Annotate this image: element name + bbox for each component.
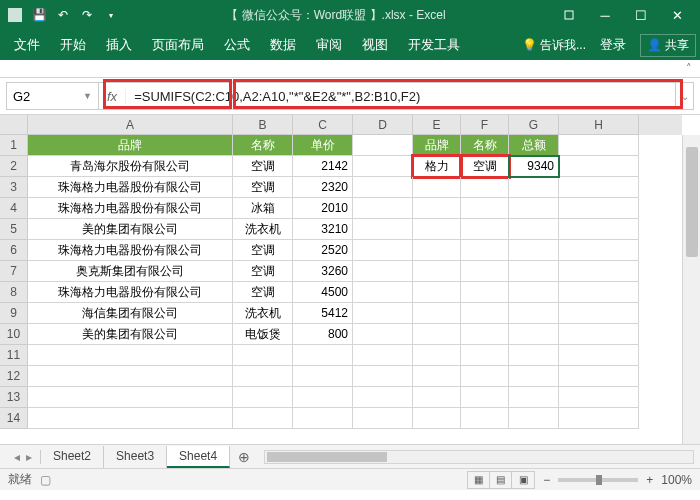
cell-A11[interactable] bbox=[28, 345, 233, 366]
col-header-C[interactable]: C bbox=[293, 115, 353, 135]
cell-F4[interactable] bbox=[461, 198, 509, 219]
cell-C9[interactable]: 5412 bbox=[293, 303, 353, 324]
cell-A6[interactable]: 珠海格力电器股份有限公司 bbox=[28, 240, 233, 261]
cell-E14[interactable] bbox=[413, 408, 461, 429]
cell-C13[interactable] bbox=[293, 387, 353, 408]
cell-F1[interactable]: 名称 bbox=[461, 135, 509, 156]
tab-data[interactable]: 数据 bbox=[260, 30, 306, 60]
cell-G9[interactable] bbox=[509, 303, 559, 324]
cell-F14[interactable] bbox=[461, 408, 509, 429]
redo-icon[interactable]: ↷ bbox=[78, 6, 96, 24]
cell-F3[interactable] bbox=[461, 177, 509, 198]
cell-H3[interactable] bbox=[559, 177, 639, 198]
cell-B14[interactable] bbox=[233, 408, 293, 429]
page-layout-view-icon[interactable]: ▤ bbox=[490, 472, 512, 488]
cell-E1[interactable]: 品牌 bbox=[413, 135, 461, 156]
cell-G3[interactable] bbox=[509, 177, 559, 198]
cell-G14[interactable] bbox=[509, 408, 559, 429]
cell-D2[interactable] bbox=[353, 156, 413, 177]
cell-D12[interactable] bbox=[353, 366, 413, 387]
cell-A7[interactable]: 奥克斯集团有限公司 bbox=[28, 261, 233, 282]
cell-A12[interactable] bbox=[28, 366, 233, 387]
cell-B4[interactable]: 冰箱 bbox=[233, 198, 293, 219]
cell-C1[interactable]: 单价 bbox=[293, 135, 353, 156]
cell-F6[interactable] bbox=[461, 240, 509, 261]
row-header-13[interactable]: 13 bbox=[0, 387, 28, 408]
cell-B13[interactable] bbox=[233, 387, 293, 408]
cell-E5[interactable] bbox=[413, 219, 461, 240]
tell-me-search[interactable]: 💡告诉我... bbox=[522, 37, 586, 54]
cell-B11[interactable] bbox=[233, 345, 293, 366]
row-header-2[interactable]: 2 bbox=[0, 156, 28, 177]
macro-record-icon[interactable]: ▢ bbox=[40, 473, 51, 487]
cell-C5[interactable]: 3210 bbox=[293, 219, 353, 240]
ribbon-options-icon[interactable] bbox=[552, 3, 586, 27]
cell-B1[interactable]: 名称 bbox=[233, 135, 293, 156]
cell-A9[interactable]: 海信集团有限公司 bbox=[28, 303, 233, 324]
tab-layout[interactable]: 页面布局 bbox=[142, 30, 214, 60]
cell-F11[interactable] bbox=[461, 345, 509, 366]
cell-B10[interactable]: 电饭煲 bbox=[233, 324, 293, 345]
cell-A10[interactable]: 美的集团有限公司 bbox=[28, 324, 233, 345]
zoom-handle[interactable] bbox=[596, 475, 602, 485]
cell-C7[interactable]: 3260 bbox=[293, 261, 353, 282]
row-header-3[interactable]: 3 bbox=[0, 177, 28, 198]
cell-E11[interactable] bbox=[413, 345, 461, 366]
normal-view-icon[interactable]: ▦ bbox=[468, 472, 490, 488]
sheet-prev-icon[interactable]: ◂ bbox=[12, 450, 22, 464]
cell-D5[interactable] bbox=[353, 219, 413, 240]
tab-view[interactable]: 视图 bbox=[352, 30, 398, 60]
cell-H9[interactable] bbox=[559, 303, 639, 324]
name-box[interactable]: G2 ▼ bbox=[7, 83, 99, 109]
cell-C14[interactable] bbox=[293, 408, 353, 429]
cell-D10[interactable] bbox=[353, 324, 413, 345]
maximize-icon[interactable]: ☐ bbox=[624, 3, 658, 27]
cell-D8[interactable] bbox=[353, 282, 413, 303]
cell-H1[interactable] bbox=[559, 135, 639, 156]
cell-H14[interactable] bbox=[559, 408, 639, 429]
cell-B2[interactable]: 空调 bbox=[233, 156, 293, 177]
new-sheet-button[interactable]: ⊕ bbox=[230, 449, 258, 465]
horizontal-scrollbar[interactable] bbox=[264, 450, 694, 464]
cell-G4[interactable] bbox=[509, 198, 559, 219]
cell-H5[interactable] bbox=[559, 219, 639, 240]
cell-B7[interactable]: 空调 bbox=[233, 261, 293, 282]
row-header-5[interactable]: 5 bbox=[0, 219, 28, 240]
cell-G2[interactable]: 9340 bbox=[509, 156, 559, 177]
tab-developer[interactable]: 开发工具 bbox=[398, 30, 470, 60]
cell-F7[interactable] bbox=[461, 261, 509, 282]
zoom-slider[interactable] bbox=[558, 478, 638, 482]
cell-D3[interactable] bbox=[353, 177, 413, 198]
sheet-tab-Sheet2[interactable]: Sheet2 bbox=[41, 446, 104, 468]
col-header-G[interactable]: G bbox=[509, 115, 559, 135]
cell-D11[interactable] bbox=[353, 345, 413, 366]
row-header-12[interactable]: 12 bbox=[0, 366, 28, 387]
formula-input[interactable]: =SUMIFS(C2:C10,A2:A10,"*"&E2&"*",B2:B10,… bbox=[126, 89, 675, 104]
cell-H6[interactable] bbox=[559, 240, 639, 261]
excel-icon[interactable] bbox=[6, 6, 24, 24]
cell-H2[interactable] bbox=[559, 156, 639, 177]
hscroll-thumb[interactable] bbox=[267, 452, 387, 462]
cell-C11[interactable] bbox=[293, 345, 353, 366]
col-header-F[interactable]: F bbox=[461, 115, 509, 135]
fx-icon[interactable]: fx bbox=[99, 89, 126, 104]
cell-A1[interactable]: 品牌 bbox=[28, 135, 233, 156]
cell-E12[interactable] bbox=[413, 366, 461, 387]
row-header-8[interactable]: 8 bbox=[0, 282, 28, 303]
cell-E10[interactable] bbox=[413, 324, 461, 345]
save-icon[interactable]: 💾 bbox=[30, 6, 48, 24]
row-header-10[interactable]: 10 bbox=[0, 324, 28, 345]
cell-C8[interactable]: 4500 bbox=[293, 282, 353, 303]
cell-D4[interactable] bbox=[353, 198, 413, 219]
cell-D7[interactable] bbox=[353, 261, 413, 282]
cell-F8[interactable] bbox=[461, 282, 509, 303]
cell-C12[interactable] bbox=[293, 366, 353, 387]
cell-A2[interactable]: 青岛海尔股份有限公司 bbox=[28, 156, 233, 177]
cell-G13[interactable] bbox=[509, 387, 559, 408]
cell-H4[interactable] bbox=[559, 198, 639, 219]
cell-E6[interactable] bbox=[413, 240, 461, 261]
collapse-ribbon-icon[interactable]: ˄ bbox=[686, 62, 692, 75]
tab-review[interactable]: 审阅 bbox=[306, 30, 352, 60]
cell-G5[interactable] bbox=[509, 219, 559, 240]
cell-E9[interactable] bbox=[413, 303, 461, 324]
